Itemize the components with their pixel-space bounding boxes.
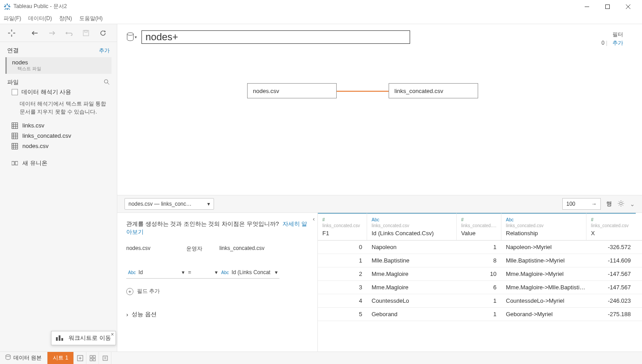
menu-window[interactable]: 창(N) [59,15,72,22]
table-row[interactable]: 5Geborand1Geborand->Myriel-275.188 [318,308,642,321]
tab-datasource[interactable]: 데이터 원본 [0,352,47,364]
datasource-name-input[interactable]: nodes+ [141,30,410,44]
performance-options-label: 성능 옵션 [132,310,157,318]
bar-chart-icon [56,334,64,342]
collapse-panel-icon[interactable]: ‹ [313,216,315,222]
cell-f1: 5 [318,308,367,321]
preview-toolbar: nodes.csv — links_conc… ▾ 100 → 행 ⌄ [117,195,642,213]
cell-id: Mlle.Baptistine [367,254,457,267]
rel-left-field-dropdown[interactable]: AbcId ▾ [126,266,186,279]
database-icon[interactable]: ▾ [126,32,137,42]
table-row[interactable]: 2Mme.Magloire10Mme.Magloire->Myriel-147.… [318,267,642,281]
rows-input[interactable]: 100 → [562,198,601,210]
col-header-id[interactable]: Abc links_concated.csv Id (Links Concate… [367,213,457,240]
new-worksheet-button[interactable] [74,352,86,364]
col-header-f1[interactable]: # links_concated.csv F1 [318,213,367,240]
cell-value: 10 [457,267,501,280]
filter-label: 필터 [602,30,623,39]
undo-button[interactable] [64,28,74,38]
close-icon[interactable]: × [111,331,114,338]
table-row[interactable]: 3Mme.Magloire6Mme.Magloire->Mlle.Baptist… [318,281,642,294]
preview-area: ‹ 관계를 생성하는 것과 조인하는 것의 차이점은 무엇입니까? 자세히 알아… [117,213,642,351]
data-interpreter-row[interactable]: 데이터 해석기 사용 [0,86,117,96]
svg-rect-5 [83,30,89,36]
col-name: Relationship [506,230,582,237]
menu-help[interactable]: 도움말(H) [79,15,103,22]
svg-rect-22 [90,359,92,361]
connection-item[interactable]: nodes 텍스트 파일 [5,57,111,74]
cell-relationship: Mlle.Baptistine->Myriel [501,254,586,267]
window-close-button[interactable] [618,0,638,13]
col-source: links_concated.csv [322,223,362,228]
new-union-button[interactable]: 새 유니온 [0,157,117,169]
svg-rect-17 [61,338,63,341]
plus-icon: + [126,288,133,295]
rel-operator-header: 운영자 [186,245,219,253]
svg-rect-23 [93,359,95,361]
refresh-button[interactable] [98,28,108,38]
cell-x: -275.188 [586,308,636,321]
cell-value: 8 [457,254,501,267]
rel-right-field-dropdown[interactable]: AbcId (Links Concat ▾ [219,266,279,279]
add-filter-link[interactable]: 추가 [612,40,623,46]
table-icon [12,123,18,129]
table-select-dropdown[interactable]: nodes.csv — links_conc… ▾ [124,198,214,210]
forward-button[interactable] [47,28,57,38]
connection-type: 텍스트 파일 [17,66,106,72]
add-field-button[interactable]: + 필드 추가 [126,288,308,295]
tableau-mini-logo-icon [6,28,17,38]
connection-name: nodes [12,59,106,66]
canvas-column: ▾ nodes+ 필터 0 | 추가 nodes.csv links_conca… [117,24,642,351]
table-row[interactable]: 1Mlle.Baptistine8Mlle.Baptistine->Myriel… [318,254,642,267]
window-maximize-button[interactable] [597,0,618,13]
menu-file[interactable]: 파일(F) [4,15,21,22]
svg-rect-6 [85,30,87,32]
col-name: F1 [322,230,362,237]
cell-x: -147.567 [586,281,636,294]
svg-rect-2 [11,34,12,37]
svg-rect-0 [606,4,610,8]
back-button[interactable] [30,28,40,38]
goto-worksheet-tooltip[interactable]: 워크시트로 이동 × [51,331,116,345]
table-row[interactable]: 0Napoleon1Napoleon->Myriel-326.572 [318,241,642,254]
menu-data[interactable]: 데이터(D) [28,15,52,22]
col-header-value[interactable]: # links_concated.csv Value [457,213,501,240]
type-string-icon: Abc [506,217,582,222]
files-section-header: 파일 [0,78,117,86]
relation-canvas[interactable]: nodes.csv links_concated.csv [117,47,642,195]
table-node-nodes[interactable]: nodes.csv [247,83,337,98]
titlebar: Tableau Public - 문서2 [0,0,642,13]
chevron-down-icon[interactable]: ⌄ [630,201,635,207]
svg-rect-16 [59,335,60,341]
settings-icon[interactable] [617,200,625,208]
table-node-links-concated[interactable]: links_concated.csv [389,83,478,98]
performance-options[interactable]: › 성능 옵션 [126,310,308,318]
new-dashboard-button[interactable] [86,352,99,364]
cell-f1: 4 [318,294,367,307]
window-minimize-button[interactable] [577,0,597,13]
save-button[interactable] [81,28,91,38]
col-header-relationship[interactable]: Abc links_concated.csv Relationship [501,213,586,240]
data-interpreter-checkbox[interactable] [12,89,18,95]
cell-x: -246.023 [586,294,636,307]
relationship-line[interactable] [337,91,389,92]
svg-rect-10 [12,143,18,149]
file-item[interactable]: links.csv [0,120,117,131]
tab-sheet1[interactable]: 시트 1 [47,352,74,364]
file-item[interactable]: links_concated.csv [0,131,117,141]
add-connection-link[interactable]: 추가 [99,47,110,55]
search-icon[interactable] [103,79,110,86]
new-story-button[interactable] [99,352,111,364]
col-header-x[interactable]: # links_concated.csv X [586,213,636,240]
svg-rect-4 [13,32,15,33]
file-item[interactable]: nodes.csv [0,141,117,151]
sidebar: 연결 추가 nodes 텍스트 파일 파일 데이터 해석기 사용 데이터 해석기… [0,24,117,351]
svg-point-7 [104,80,108,83]
rel-operator-dropdown[interactable]: = ▾ [186,266,219,279]
chevron-right-icon: › [126,311,128,318]
table-icon [12,133,18,139]
file-name: links_concated.csv [22,132,71,139]
relationship-panel: ‹ 관계를 생성하는 것과 조인하는 것의 차이점은 무엇입니까? 자세히 알아… [117,213,318,351]
table-row[interactable]: 4CountessdeLo1CountessdeLo->Myriel-246.0… [318,294,642,308]
svg-rect-8 [12,123,18,128]
